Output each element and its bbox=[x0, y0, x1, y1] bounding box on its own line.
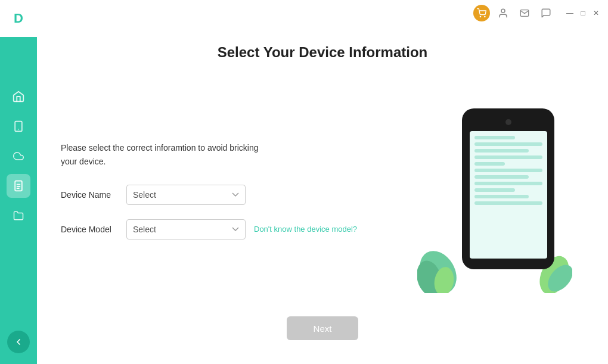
user-icon[interactable] bbox=[495, 5, 511, 21]
device-name-label: Device Name bbox=[61, 190, 126, 200]
phone-body bbox=[462, 108, 554, 269]
screen-line bbox=[474, 169, 542, 172]
next-button[interactable]: Next bbox=[287, 316, 358, 340]
sidebar-item-cloud[interactable] bbox=[7, 144, 30, 168]
sidebar-item-mobile[interactable] bbox=[7, 114, 30, 138]
page-title: Select Your Device Information bbox=[218, 44, 428, 61]
svg-point-6 bbox=[480, 16, 480, 17]
form-description: Please select the correct inforamtion to… bbox=[61, 141, 371, 168]
screen-line bbox=[474, 142, 542, 146]
next-btn-row: Next bbox=[61, 316, 584, 340]
phone-illustration bbox=[417, 102, 572, 293]
screen-line bbox=[474, 136, 515, 139]
mail-icon[interactable] bbox=[516, 5, 533, 21]
titlebar: — □ ✕ bbox=[37, 0, 608, 26]
screen-line bbox=[474, 155, 542, 159]
phone-notch bbox=[505, 119, 511, 125]
screen-line bbox=[474, 162, 505, 166]
cart-icon[interactable] bbox=[473, 5, 490, 21]
maximize-button[interactable]: □ bbox=[578, 8, 588, 18]
page-content: Select Your Device Information Please se… bbox=[37, 26, 608, 364]
sidebar: D bbox=[0, 0, 37, 364]
device-name-row: Device Name Select bbox=[61, 185, 371, 205]
sidebar-nav bbox=[7, 37, 30, 331]
device-model-link[interactable]: Don't know the device model? bbox=[254, 225, 357, 234]
sidebar-item-home[interactable] bbox=[7, 85, 30, 108]
screen-line bbox=[474, 149, 529, 153]
device-model-row: Device Model Select Don't know the devic… bbox=[61, 219, 371, 239]
device-name-select[interactable]: Select bbox=[126, 185, 246, 205]
back-button[interactable] bbox=[7, 331, 30, 353]
screen-line bbox=[474, 182, 542, 185]
sidebar-item-info[interactable] bbox=[7, 174, 30, 198]
screen-line bbox=[474, 188, 515, 192]
device-model-label: Device Model bbox=[61, 225, 126, 234]
close-button[interactable]: ✕ bbox=[591, 8, 601, 18]
window-controls: — □ ✕ bbox=[565, 8, 601, 18]
chat-icon[interactable] bbox=[538, 5, 554, 21]
main-area: — □ ✕ Select Your Device Information Ple… bbox=[37, 0, 608, 364]
content-area: Please select the correct inforamtion to… bbox=[61, 97, 584, 298]
svg-point-7 bbox=[485, 16, 485, 17]
screen-line bbox=[474, 201, 542, 205]
sidebar-item-folder[interactable] bbox=[7, 204, 30, 228]
device-model-select[interactable]: Select bbox=[126, 219, 246, 239]
minimize-button[interactable]: — bbox=[565, 8, 575, 18]
leaf-left-icon bbox=[417, 239, 459, 293]
app-logo: D bbox=[0, 0, 37, 37]
screen-line bbox=[474, 195, 529, 198]
phone-screen bbox=[470, 131, 547, 259]
screen-line bbox=[474, 175, 529, 179]
form-section: Please select the correct inforamtion to… bbox=[61, 141, 371, 254]
svg-point-8 bbox=[501, 9, 505, 13]
